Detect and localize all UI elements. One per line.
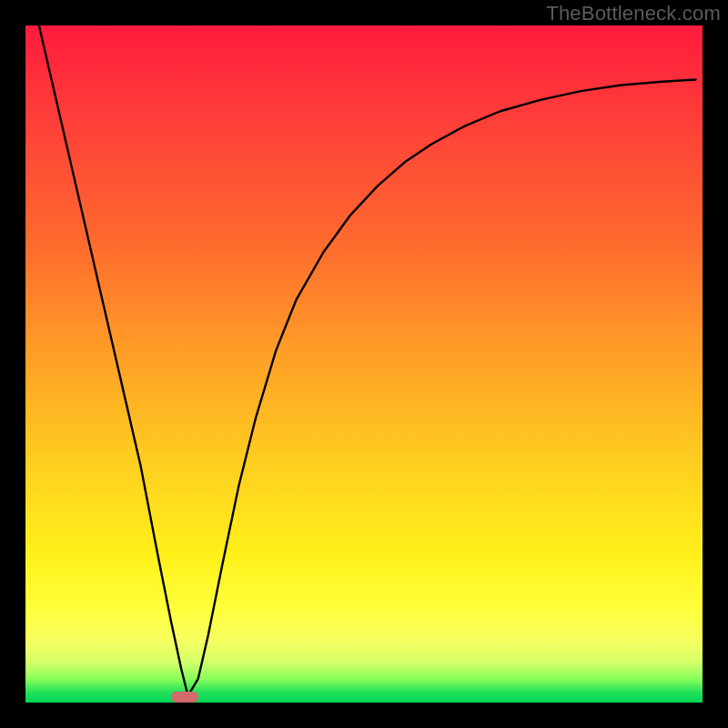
chart-frame: TheBottleneck.com <box>0 0 728 728</box>
optimum-marker <box>171 692 198 703</box>
curve-polyline <box>39 25 696 696</box>
plot-area <box>25 25 703 703</box>
watermark-text: TheBottleneck.com <box>546 2 721 25</box>
bottleneck-curve <box>25 25 703 703</box>
